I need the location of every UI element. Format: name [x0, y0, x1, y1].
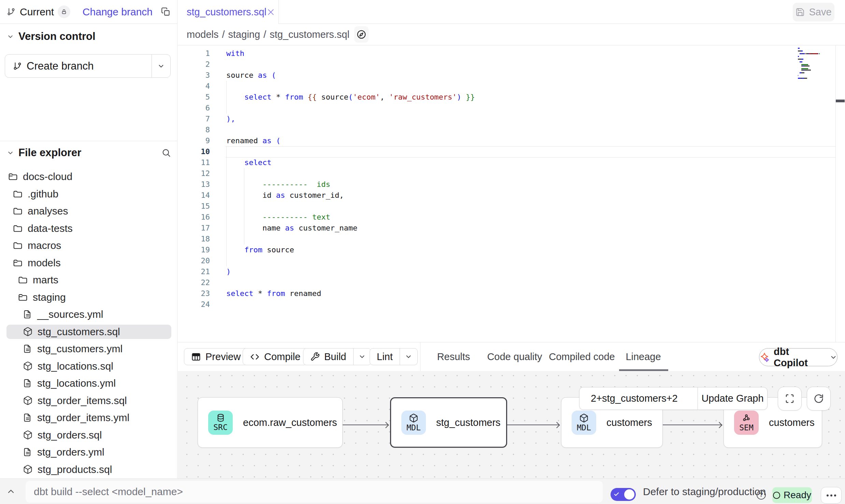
code-line-10: 10 — [178, 146, 835, 157]
tree-item-label: stg_products.sql — [38, 464, 112, 475]
dbt-command-input[interactable]: dbt build --select <model_name> — [26, 481, 603, 503]
lint-button[interactable]: Lint — [370, 348, 418, 365]
editor-toolbar: Preview Compile Build Lint — [178, 342, 845, 371]
tab-title: stg_customers.sql — [187, 6, 267, 18]
lineage-node-source[interactable]: SRC ecom.raw_customers — [198, 397, 343, 448]
tab-stg-customers-sql[interactable]: stg_customers.sql — [178, 0, 279, 24]
tree-item-data-tests[interactable]: data-tests — [0, 220, 177, 237]
create-branch-main[interactable]: Create branch — [5, 55, 152, 77]
tree-item-models[interactable]: models — [0, 254, 177, 272]
tree-item-label: __sources.yml — [37, 309, 103, 320]
model-icon — [23, 327, 33, 337]
lineage-canvas[interactable]: SRC ecom.raw_customers MDL stg_customers… — [178, 371, 845, 478]
tree-item-stg_orders.sql[interactable]: stg_orders.sql — [0, 427, 177, 444]
tree-item-stg_customers.yml[interactable]: stg_customers.yml — [0, 340, 177, 358]
lineage-node-stg-customers[interactable]: MDL stg_customers — [390, 397, 507, 448]
breadcrumb-file[interactable]: stg_customers.sql — [270, 29, 349, 40]
panel-tab-results[interactable]: Results — [437, 342, 470, 371]
tree-item-analyses[interactable]: analyses — [0, 203, 177, 220]
tree-item-label: stg_order_items.sql — [38, 395, 127, 406]
lineage-selector-input[interactable]: 2+stg_customers+2 — [579, 387, 698, 410]
tree-item-staging[interactable]: staging — [0, 289, 177, 306]
panel-tab-code-quality[interactable]: Code quality — [487, 342, 542, 371]
save-label: Save — [809, 6, 831, 18]
tree-item-label: macros — [28, 240, 61, 251]
fullscreen-button[interactable] — [778, 387, 802, 411]
lint-dropdown[interactable] — [400, 349, 417, 365]
tree-item-stg_locations.sql[interactable]: stg_locations.sql — [0, 358, 177, 375]
tree-item-docs-cloud[interactable]: docs-cloud — [0, 168, 177, 186]
dbt-copilot-button[interactable]: dbt Copilot — [759, 348, 837, 366]
code-editor[interactable]: 1with23source as (45 select * from {{ so… — [178, 45, 845, 342]
close-icon[interactable] — [267, 8, 275, 16]
tree-item-label: staging — [33, 292, 66, 303]
defer-toggle[interactable] — [611, 488, 636, 501]
copilot-compass-icon[interactable] — [354, 26, 369, 43]
lint-label: Lint — [377, 351, 393, 362]
chevron-up-icon[interactable] — [6, 487, 16, 496]
ready-label: Ready — [784, 490, 811, 501]
create-branch-label: Create branch — [27, 60, 94, 72]
tree-item-label: stg_locations.yml — [37, 377, 116, 389]
refresh-icon — [814, 394, 824, 404]
build-dropdown[interactable] — [353, 349, 371, 365]
code-line-24: 24 — [178, 299, 835, 310]
code-line-23: 23select * from renamed — [178, 288, 835, 299]
folder-icon — [13, 240, 23, 251]
tree-item-.github[interactable]: .github — [0, 186, 177, 203]
update-graph-button[interactable]: Update Graph — [698, 387, 767, 410]
tree-item-label: stg_orders.sql — [38, 429, 102, 441]
chevron-down-icon — [830, 354, 837, 361]
save-button[interactable]: Save — [793, 3, 834, 21]
code-line-16: 16 ---------- text — [178, 212, 835, 223]
copy-icon[interactable] — [161, 7, 170, 16]
cube-icon — [579, 413, 589, 423]
status-badge[interactable]: Ready — [772, 487, 812, 503]
tree-item-macros[interactable]: macros — [0, 237, 177, 254]
code-line-22: 22 — [178, 277, 835, 288]
breadcrumb-staging[interactable]: staging — [228, 29, 260, 40]
version-control-header[interactable]: Version control — [0, 29, 177, 44]
doc-icon — [23, 413, 32, 423]
tree-item-label: stg_customers.yml — [37, 343, 123, 355]
panel-tab-lineage[interactable]: Lineage — [626, 342, 661, 371]
code-line-19: 19 from source — [178, 244, 835, 255]
chevron-down-icon — [7, 33, 14, 40]
more-options-button[interactable] — [821, 487, 842, 504]
tree-item-stg_order_items.sql[interactable]: stg_order_items.sql — [0, 392, 177, 410]
create-branch-button[interactable]: Create branch — [5, 54, 171, 78]
tree-item-stg_order_items.yml[interactable]: stg_order_items.yml — [0, 409, 177, 427]
preview-button[interactable]: Preview — [184, 348, 248, 365]
breadcrumb-models[interactable]: models — [187, 29, 219, 40]
build-button[interactable]: Build — [303, 348, 371, 365]
help-icon[interactable]: ? — [757, 490, 766, 500]
editor-minimap — [798, 48, 820, 80]
tree-item-stg_customers.sql[interactable]: stg_customers.sql — [0, 323, 177, 341]
doc-icon — [23, 447, 32, 457]
panel-tab-compiled-code[interactable]: Compiled code — [549, 342, 615, 371]
tree-item-__sources.yml[interactable]: __sources.yml — [0, 306, 177, 323]
code-line-13: 13 ---------- ids — [178, 179, 835, 190]
folder-open-icon — [18, 292, 28, 302]
tree-item-stg_orders.yml[interactable]: stg_orders.yml — [0, 444, 177, 461]
refresh-button[interactable] — [807, 387, 831, 411]
model-badge: MDL — [572, 411, 596, 435]
code-line-1: 1with — [178, 48, 835, 59]
file-explorer-header[interactable]: File explorer — [0, 145, 177, 160]
model-icon — [23, 430, 33, 440]
search-icon[interactable] — [161, 148, 171, 158]
tree-item-marts[interactable]: marts — [0, 271, 177, 289]
model-icon — [23, 464, 33, 474]
graph-nodes-icon — [742, 413, 751, 423]
tree-item-label: .github — [28, 188, 58, 200]
defer-label: Defer to staging/production — [643, 479, 766, 504]
create-branch-dropdown[interactable] — [152, 62, 170, 70]
code-line-4: 4 — [178, 81, 835, 92]
compile-button[interactable]: Compile — [243, 348, 307, 365]
tree-item-stg_locations.yml[interactable]: stg_locations.yml — [0, 375, 177, 392]
database-icon — [216, 413, 225, 423]
editor-scrollbar[interactable] — [835, 45, 845, 342]
change-branch-link[interactable]: Change branch — [83, 6, 153, 18]
tree-item-stg_products.sql[interactable]: stg_products.sql — [0, 461, 177, 478]
tree-item-label: marts — [33, 274, 58, 286]
